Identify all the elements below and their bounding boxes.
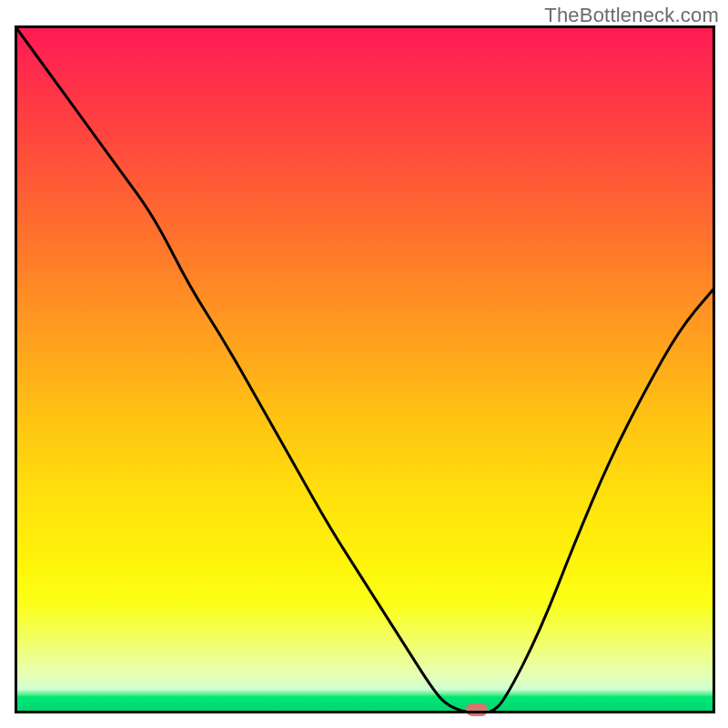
bottleneck-curve (15, 25, 715, 713)
watermark-label: TheBottleneck.com (544, 4, 719, 27)
curve-path (15, 25, 715, 713)
optimal-point-marker (466, 703, 488, 716)
chart-container: TheBottleneck.com (0, 0, 728, 728)
